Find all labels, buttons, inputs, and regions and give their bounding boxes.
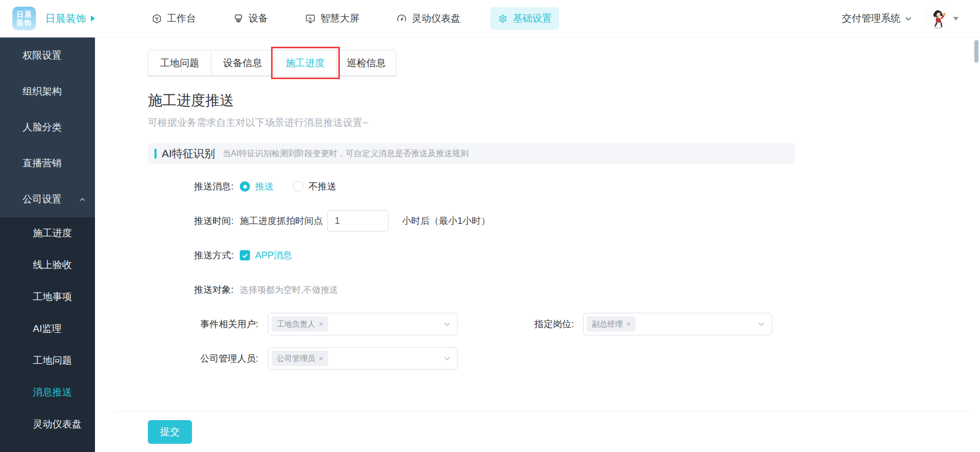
submenu-item-site-matters[interactable]: 工地事项: [0, 281, 95, 313]
nav-item-dashboard[interactable]: 灵动仪表盘: [389, 7, 468, 30]
submenu-item-label: 消息推送: [33, 386, 72, 399]
tag-label: 副总经理: [592, 319, 623, 329]
tab-label: 设备信息: [223, 56, 262, 70]
radio-push-off[interactable]: 不推送: [293, 180, 336, 193]
checkbox-app-message[interactable]: APP消息: [240, 249, 292, 261]
submenu-item-ai-supervision[interactable]: AI监理: [0, 313, 95, 345]
big-screen-icon: [305, 13, 316, 24]
scrollbar-thumb[interactable]: [974, 40, 978, 63]
tab-label: 巡检信息: [347, 56, 386, 70]
tab-inspection-info[interactable]: 巡检信息: [336, 50, 396, 76]
field-label: 指定岗位:: [534, 318, 574, 330]
field-label: 推送时间:: [148, 215, 234, 227]
top-navbar: 日晨 装饰 日晨装饰 工作台 设备 智慧大屏: [0, 0, 980, 37]
brand-label: 日晨装饰: [45, 12, 86, 26]
radio-selected-icon: [240, 181, 250, 192]
push-target-hint: 选择项都为空时,不做推送: [240, 284, 338, 296]
tag-close-icon[interactable]: ×: [626, 320, 630, 328]
selected-tag: 副总经理 ×: [587, 316, 636, 332]
sidebar: 权限设置 组织架构 人脸分类 直播营销 公司设置 施工进度 线上验收 工地事项 …: [0, 37, 95, 452]
related-user-select[interactable]: 工地负责人 ×: [268, 313, 458, 335]
tab-construction-progress[interactable]: 施工进度: [274, 50, 336, 76]
submenu-item-construction-progress[interactable]: 施工进度: [0, 217, 95, 249]
brand-name[interactable]: 日晨装饰: [45, 12, 95, 26]
section-accent-bar: [155, 148, 157, 159]
page-title: 施工进度推送: [148, 91, 980, 110]
chevron-down-icon[interactable]: [905, 15, 912, 23]
push-time-suffix: 小时后（最小1小时）: [402, 215, 490, 227]
submit-button[interactable]: 提交: [148, 420, 192, 444]
sidebar-item-face-classification[interactable]: 人脸分类: [0, 109, 95, 145]
sidebar-item-label: 组织架构: [23, 85, 62, 98]
page-subtitle: 可根据业务需求自主对以下场景进行消息推送设置~: [148, 116, 980, 129]
dashboard-icon: [396, 13, 407, 24]
form-row-push-time: 推送时间: 施工进度抓拍时间点 小时后（最小1小时）: [148, 210, 980, 232]
selected-tag: 公司管理员 ×: [272, 351, 328, 366]
sidebar-item-org-structure[interactable]: 组织架构: [0, 73, 95, 109]
nav-item-big-screen[interactable]: 智慧大屏: [298, 7, 367, 30]
form-row-company-admin: 公司管理人员: 公司管理员 ×: [148, 348, 980, 369]
nav-label: 灵动仪表盘: [412, 12, 460, 25]
avatar[interactable]: [926, 7, 948, 30]
radio-push-on[interactable]: 推送: [240, 180, 274, 193]
tag-close-icon[interactable]: ×: [319, 354, 323, 363]
nav-label: 基础设置: [513, 12, 552, 25]
sidebar-item-live-marketing[interactable]: 直播营销: [0, 145, 95, 181]
radio-unselected-icon: [293, 181, 303, 192]
chevron-up-icon: [79, 196, 86, 203]
assigned-position-select[interactable]: 副总经理 ×: [583, 313, 772, 335]
radio-label: 推送: [255, 180, 274, 193]
checkbox-label: APP消息: [255, 249, 292, 261]
tab-group: 工地问题 设备信息 施工进度 巡检信息: [148, 50, 396, 77]
form-row-push-message: 推送消息: 推送 不推送: [148, 176, 980, 197]
push-time-prefix: 施工进度抓拍时间点: [240, 215, 323, 227]
field-label: 事件相关用户:: [148, 318, 258, 330]
logo-text-line2: 装饰: [16, 18, 32, 27]
sidebar-item-label: 公司设置: [23, 193, 62, 206]
main-nav: 工作台 设备 智慧大屏 灵动仪表盘 基础设置: [144, 7, 559, 30]
section-hint: 当AI特征识别检测到阶段变更时，可自定义消息是否推送及推送规则: [223, 148, 469, 159]
submenu-item-site-issues[interactable]: 工地问题: [0, 345, 95, 376]
nav-item-workbench[interactable]: 工作台: [144, 7, 203, 30]
tag-close-icon[interactable]: ×: [319, 320, 323, 328]
field-label: 推送方式:: [148, 249, 234, 261]
submenu-item-message-push[interactable]: 消息推送: [0, 376, 95, 408]
form-row-push-method: 推送方式: APP消息: [148, 244, 980, 266]
tab-device-info[interactable]: 设备信息: [211, 50, 274, 76]
selected-tag: 工地负责人 ×: [272, 316, 328, 332]
tabs-container: 工地问题 设备信息 施工进度 巡检信息: [148, 50, 396, 77]
company-admin-select[interactable]: 公司管理员 ×: [268, 347, 458, 370]
field-label: 推送对象:: [148, 284, 234, 296]
sidebar-item-permission-settings[interactable]: 权限设置: [0, 37, 95, 73]
workbench-icon: [151, 13, 162, 24]
radio-label: 不推送: [309, 180, 336, 193]
user-menu-caret-icon[interactable]: [953, 17, 958, 21]
submenu-item-label: 施工进度: [33, 227, 72, 240]
sidebar-item-company-settings[interactable]: 公司设置: [0, 181, 95, 217]
submenu-item-online-acceptance[interactable]: 线上验收: [0, 249, 95, 281]
nav-item-devices[interactable]: 设备: [226, 7, 275, 30]
camera-icon: [233, 13, 244, 24]
brand-expand-arrow-icon: [91, 15, 95, 22]
submenu-item-label: AI监理: [33, 322, 62, 335]
chevron-down-icon: [757, 320, 765, 328]
push-time-input[interactable]: [327, 210, 389, 232]
nav-label: 工作台: [167, 12, 196, 25]
tag-label: 公司管理员: [277, 354, 315, 364]
main-content: 工地问题 设备信息 施工进度 巡检信息 施工进度推送 可根据业务需求自主对以下场…: [95, 37, 980, 452]
footer-divider: [116, 411, 970, 411]
tab-label: 工地问题: [160, 56, 199, 70]
sidebar-item-label: 直播营销: [23, 157, 62, 170]
nav-item-basic-settings[interactable]: 基础设置: [490, 7, 559, 30]
sidebar-submenu: 施工进度 线上验收 工地事项 AI监理 工地问题 消息推送 灵动仪表盘: [0, 217, 95, 452]
chevron-down-icon: [443, 320, 451, 328]
tag-label: 工地负责人: [277, 319, 315, 329]
tab-site-issues[interactable]: 工地问题: [148, 50, 211, 76]
tab-label: 施工进度: [286, 56, 325, 70]
sidebar-item-label: 权限设置: [23, 49, 62, 62]
system-switcher[interactable]: 交付管理系统: [842, 12, 900, 25]
logo-text-line1: 日晨: [16, 10, 32, 18]
section-header-ai-feature: AI特征识别 当AI特征识别检测到阶段变更时，可自定义消息是否推送及推送规则: [148, 143, 795, 164]
chevron-down-icon: [443, 354, 451, 363]
submenu-item-dashboard[interactable]: 灵动仪表盘: [0, 408, 95, 440]
